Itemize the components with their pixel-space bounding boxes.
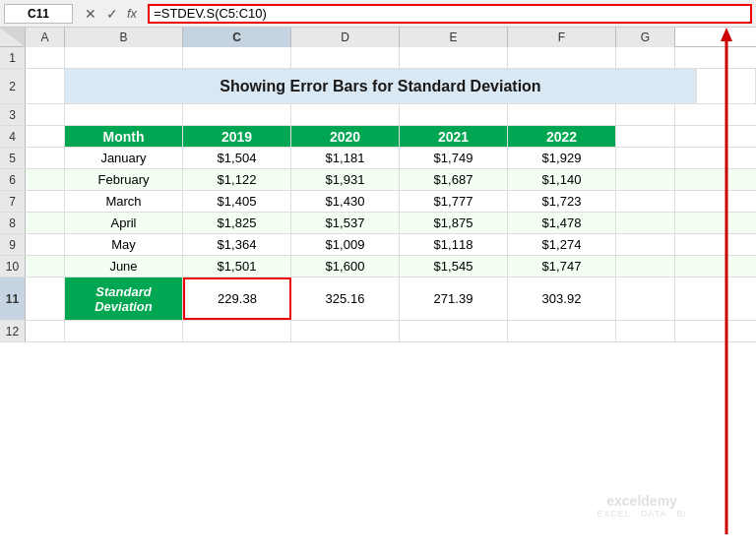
col-header-a[interactable]: A [26,28,65,47]
cell-f1[interactable] [508,47,616,68]
cell-e10[interactable]: $1,545 [400,256,508,277]
cell-c1[interactable] [183,47,291,68]
cell-g9[interactable] [616,234,675,255]
cell-f7[interactable]: $1,723 [508,191,616,212]
cell-e11[interactable]: 271.39 [400,277,508,320]
formula-input[interactable]: =STDEV.S(C5:C10) [148,4,752,24]
cell-month-may[interactable]: May [65,234,183,255]
cell-d12[interactable] [291,321,400,341]
col-header-c[interactable]: C [183,28,291,47]
cell-a6[interactable] [26,169,65,190]
cell-b3[interactable] [65,104,183,125]
cell-reference-box[interactable]: C11 [4,4,73,24]
corner-cell [0,28,26,46]
cell-g12[interactable] [616,321,675,341]
cell-g6[interactable] [616,169,675,190]
cell-a11[interactable] [26,277,65,320]
cell-e5[interactable]: $1,749 [400,148,508,168]
header-2020[interactable]: 2020 [291,126,400,147]
cell-c12[interactable] [183,321,291,341]
cell-a7[interactable] [26,191,65,212]
cancel-icon[interactable]: ✕ [81,4,100,24]
stddev-label-line2: Deviation [94,299,153,314]
cell-c7[interactable]: $1,405 [183,191,291,212]
cell-a1[interactable] [26,47,65,68]
cell-c8[interactable]: $1,825 [183,213,291,233]
row-num-8: 8 [0,213,26,233]
col-header-e[interactable]: E [400,28,508,47]
cell-month-jun[interactable]: June [65,256,183,277]
cell-e9[interactable]: $1,118 [400,234,508,255]
cell-e12[interactable] [400,321,508,341]
stddev-label-cell[interactable]: Standard Deviation [65,277,183,320]
cell-f3[interactable] [508,104,616,125]
col-header-d[interactable]: D [291,28,400,47]
header-2021[interactable]: 2021 [400,126,508,147]
cell-f11[interactable]: 303.92 [508,277,616,320]
cell-e8[interactable]: $1,875 [400,213,508,233]
cell-month-feb[interactable]: February [65,169,183,190]
cell-a2[interactable] [26,69,65,103]
row-num-9: 9 [0,234,26,255]
cell-g7[interactable] [616,191,675,212]
table-row: 1 [0,47,756,69]
cell-c11-active[interactable]: 229.38 [183,277,291,320]
cell-a3[interactable] [26,104,65,125]
cell-f9[interactable]: $1,274 [508,234,616,255]
cell-d11[interactable]: 325.16 [291,277,400,320]
cell-e7[interactable]: $1,777 [400,191,508,212]
cell-f8[interactable]: $1,478 [508,213,616,233]
cell-c3[interactable] [183,104,291,125]
row-num-1: 1 [0,47,26,68]
cell-g8[interactable] [616,213,675,233]
cell-f12[interactable] [508,321,616,341]
cell-f5[interactable]: $1,929 [508,148,616,168]
cell-a12[interactable] [26,321,65,341]
cell-f6[interactable]: $1,140 [508,169,616,190]
col-header-g[interactable]: G [616,28,675,47]
cell-d1[interactable] [291,47,400,68]
cell-b1[interactable] [65,47,183,68]
cell-g11[interactable] [616,277,675,320]
header-2022[interactable]: 2022 [508,126,616,147]
col-header-f[interactable]: F [508,28,616,47]
cell-d9[interactable]: $1,009 [291,234,400,255]
cell-e1[interactable] [400,47,508,68]
cell-d5[interactable]: $1,181 [291,148,400,168]
cell-c9[interactable]: $1,364 [183,234,291,255]
cell-f10[interactable]: $1,747 [508,256,616,277]
cell-d8[interactable]: $1,537 [291,213,400,233]
data-row-june: 10 June $1,501 $1,600 $1,545 $1,747 [0,256,756,277]
cell-g1[interactable] [616,47,675,68]
header-month[interactable]: Month [65,126,183,147]
cell-d10[interactable]: $1,600 [291,256,400,277]
cell-g4[interactable] [616,126,675,147]
fx-label: fx [124,6,140,21]
col-header-b[interactable]: B [65,28,183,47]
cell-a8[interactable] [26,213,65,233]
cell-a9[interactable] [26,234,65,255]
header-2019[interactable]: 2019 [183,126,291,147]
cell-month-mar[interactable]: March [65,191,183,212]
confirm-icon[interactable]: ✓ [102,4,122,24]
cell-b12[interactable] [65,321,183,341]
cell-e3[interactable] [400,104,508,125]
cell-month-apr[interactable]: April [65,213,183,233]
header-row: 4 Month 2019 2020 2021 2022 [0,126,756,148]
table-row: 3 [0,104,756,126]
cell-d3[interactable] [291,104,400,125]
cell-g3[interactable] [616,104,675,125]
cell-d6[interactable]: $1,931 [291,169,400,190]
cell-c10[interactable]: $1,501 [183,256,291,277]
cell-c6[interactable]: $1,122 [183,169,291,190]
cell-c5[interactable]: $1,504 [183,148,291,168]
cell-month-jan[interactable]: January [65,148,183,168]
cell-g10[interactable] [616,256,675,277]
cell-a10[interactable] [26,256,65,277]
cell-a5[interactable] [26,148,65,168]
cell-g5[interactable] [616,148,675,168]
cell-e6[interactable]: $1,687 [400,169,508,190]
cell-d7[interactable]: $1,430 [291,191,400,212]
cell-g2[interactable] [697,69,756,103]
cell-a4[interactable] [26,126,65,147]
